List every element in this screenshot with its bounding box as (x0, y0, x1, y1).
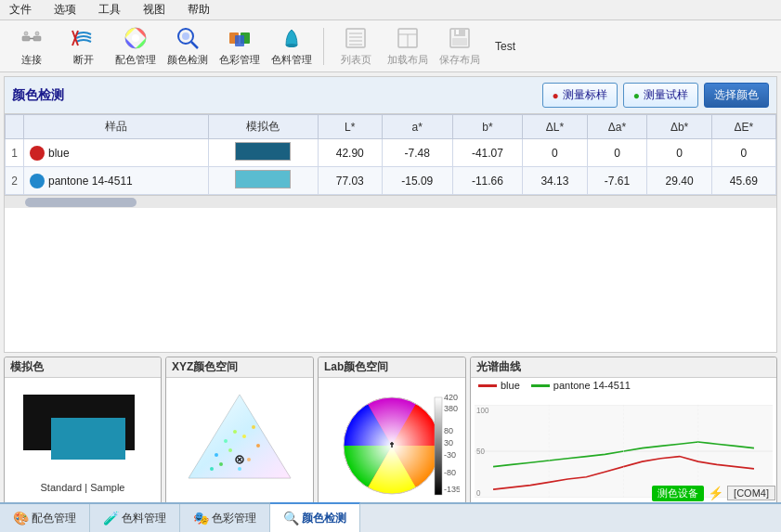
svg-marker-29 (189, 395, 291, 478)
toolbar-connect[interactable]: 连接 (7, 24, 56, 69)
legend-blue-color (478, 384, 497, 387)
tab-color-match[interactable]: 🎨 配色管理 (0, 504, 90, 532)
svg-point-34 (215, 453, 218, 457)
toolbar-list-page[interactable]: 列表页 (332, 24, 380, 69)
table-row[interactable]: 2 pantone 14-4511 77.03 -15.09 -11.66 34… (6, 167, 776, 195)
th-sample: 样品 (24, 115, 209, 139)
svg-text:30: 30 (444, 438, 453, 448)
svg-point-40 (210, 467, 214, 471)
simul-display: Standard | Sample (5, 378, 161, 509)
svg-point-32 (242, 435, 246, 438)
toolbar-load-layout[interactable]: 加载布局 (384, 24, 432, 69)
th-num (6, 115, 24, 139)
list-page-label: 列表页 (341, 53, 371, 67)
tab-color-match-icon: 🎨 (13, 511, 28, 526)
xyz-panel-title: XYZ颜色空间 (166, 357, 313, 378)
load-layout-label: 加载布局 (387, 53, 428, 67)
menu-file[interactable]: 文件 (4, 0, 37, 19)
svg-rect-14 (235, 35, 244, 46)
row-sample-name: pantone 14-4511 (24, 167, 209, 195)
legend-blue-label: blue (501, 380, 520, 391)
color-detect-label: 颜色检测 (167, 53, 208, 67)
spectrum-legend: blue pantone 14-4511 (471, 378, 776, 393)
usb-icon: ⚡ (708, 486, 723, 500)
swatch-sample (51, 418, 125, 460)
legend-pantone-label: pantone 14-4511 (553, 380, 631, 391)
tab-pigment-icon: 🧪 (103, 511, 118, 526)
row-dE: 0 (711, 139, 775, 167)
horizontal-scrollbar[interactable] (5, 195, 776, 208)
section-header: 颜色检测 ● 测量标样 ● 测量试样 选择颜色 (5, 77, 776, 114)
svg-rect-25 (454, 29, 465, 36)
row-b: -11.66 (452, 167, 523, 195)
menu-options[interactable]: 选项 (48, 0, 82, 19)
svg-text:-135: -135 (444, 485, 460, 494)
measure-sample-icon: ● (633, 89, 640, 102)
row-swatch (209, 167, 318, 195)
svg-point-15 (286, 44, 297, 47)
simul-panel-title: 模拟色 (5, 357, 161, 378)
measure-standard-icon: ● (553, 89, 559, 102)
tab-pigment[interactable]: 🧪 色料管理 (90, 504, 180, 532)
svg-point-4 (35, 32, 39, 35)
row-num: 2 (6, 167, 24, 195)
simul-swatches (5, 395, 161, 478)
svg-point-31 (228, 448, 232, 452)
svg-point-38 (238, 467, 241, 471)
toolbar: 连接 断开 配色管理 (0, 20, 781, 72)
main-panel: 颜色检测 ● 测量标样 ● 测量试样 选择颜色 样品 模拟色 L* (4, 76, 777, 353)
row-da: 0 (587, 139, 647, 167)
toolbar-save-layout[interactable]: 保存布局 (436, 24, 484, 69)
sample-text: pantone 14-4511 (48, 175, 133, 188)
row-L: 77.03 (318, 167, 382, 195)
load-layout-icon (395, 25, 421, 51)
row-dE: 45.69 (711, 167, 775, 195)
svg-point-35 (224, 439, 228, 443)
tab-color-space[interactable]: 🎭 色彩管理 (180, 504, 270, 532)
sample-text: blue (48, 147, 70, 160)
svg-line-10 (191, 42, 198, 48)
table-row[interactable]: 1 blue 42.90 -7.48 -41.07 0 0 0 0 (6, 139, 776, 167)
measure-standard-button[interactable]: ● 测量标样 (542, 83, 618, 108)
tabbar: 🎨 配色管理 🧪 色料管理 🎭 色彩管理 🔍 颜色检测 (0, 502, 781, 532)
svg-text:80: 80 (444, 426, 453, 435)
color-detect-icon (175, 25, 201, 51)
save-layout-label: 保存布局 (439, 53, 480, 67)
toolbar-color-manage[interactable]: 色彩管理 (215, 24, 264, 69)
data-table-wrapper[interactable]: 样品 模拟色 L* a* b* ΔL* Δa* Δb* ΔE* 1 blue (5, 114, 776, 195)
svg-point-39 (252, 425, 255, 429)
scrollbar-thumb[interactable] (25, 198, 137, 207)
select-color-button[interactable]: 选择颜色 (704, 83, 769, 108)
tab-color-match-label: 配色管理 (32, 511, 76, 526)
menu-help[interactable]: 帮助 (182, 0, 215, 19)
tab-color-detect[interactable]: 🔍 颜色检测 (270, 502, 360, 532)
sample-icon (30, 146, 45, 161)
tab-color-space-icon: 🎭 (193, 511, 208, 526)
toolbar-color-match[interactable]: 配色管理 (111, 24, 160, 69)
toolbar-color-detect[interactable]: 颜色检测 (163, 24, 212, 69)
data-table: 样品 模拟色 L* a* b* ΔL* Δa* Δb* ΔE* 1 blue (5, 114, 776, 195)
svg-rect-27 (456, 30, 459, 34)
xyz-diagram (175, 385, 305, 501)
row-a: -7.48 (382, 139, 452, 167)
th-db: Δb* (647, 115, 711, 139)
row-L: 42.90 (318, 139, 382, 167)
row-dL: 34.13 (523, 167, 587, 195)
menu-view[interactable]: 视图 (137, 0, 171, 19)
sample-icon (30, 174, 45, 188)
legend-blue: blue (478, 380, 520, 391)
save-layout-icon (447, 25, 473, 51)
simul-label: Standard | Sample (41, 482, 125, 493)
menu-tools[interactable]: 工具 (93, 0, 126, 19)
svg-text:-80: -80 (444, 468, 456, 477)
toolbar-disconnect[interactable]: 断开 (59, 24, 108, 69)
svg-point-33 (256, 444, 260, 448)
measure-sample-button[interactable]: ● 测量试样 (623, 83, 698, 108)
toolbar-pigment-manage[interactable]: 色料管理 (267, 24, 316, 69)
table-header-row: 样品 模拟色 L* a* b* ΔL* Δa* Δb* ΔE* (6, 115, 776, 139)
svg-text:100: 100 (476, 405, 489, 414)
svg-point-3 (24, 32, 28, 35)
pigment-manage-icon (279, 25, 305, 51)
row-db: 29.40 (647, 167, 711, 195)
xyz-panel-body (166, 378, 313, 509)
